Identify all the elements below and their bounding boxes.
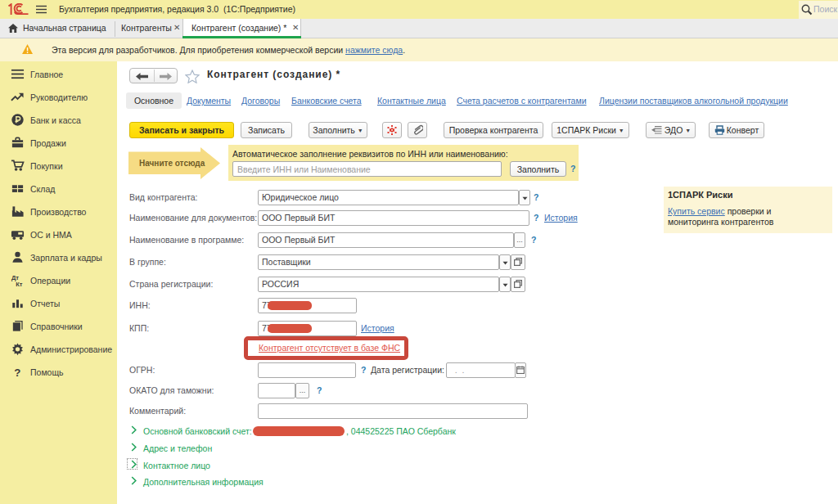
- svg-text:?: ?: [14, 367, 20, 379]
- svg-text:Кт: Кт: [16, 281, 23, 287]
- svg-text:Начните отсюда: Начните отсюда: [139, 159, 205, 168]
